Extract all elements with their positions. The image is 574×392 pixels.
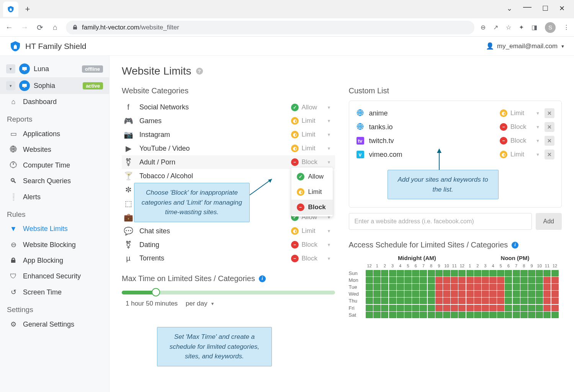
schedule-cell[interactable] — [482, 298, 489, 304]
schedule-cell[interactable] — [551, 291, 559, 297]
action-selector[interactable]: −Block▼ — [291, 241, 331, 249]
chevron-down-icon[interactable]: ▼ — [211, 301, 215, 306]
schedule-cell[interactable] — [543, 291, 551, 297]
schedule-cell[interactable] — [451, 270, 458, 277]
schedule-cell[interactable] — [381, 270, 388, 277]
schedule-cell[interactable] — [458, 291, 466, 297]
schedule-grid[interactable]: Midnight (AM) Noon (PM) 1212345678910111… — [349, 255, 562, 318]
schedule-cell[interactable] — [543, 284, 551, 290]
schedule-cell[interactable] — [474, 284, 481, 290]
schedule-cell[interactable] — [373, 298, 381, 304]
schedule-cell[interactable] — [420, 291, 427, 297]
remove-button[interactable]: ✕ — [545, 150, 554, 159]
schedule-cell[interactable] — [482, 305, 489, 311]
menu-icon[interactable]: ⋮ — [563, 24, 569, 31]
category-row[interactable]: ▶YouTube / Video◐Limit▼ — [122, 142, 335, 155]
schedule-cell[interactable] — [381, 312, 388, 318]
schedule-cell[interactable] — [474, 305, 481, 311]
schedule-cell[interactable] — [389, 270, 396, 277]
schedule-cell[interactable] — [505, 284, 512, 290]
sidebar-user-sophia[interactable]: ▾ Sophia active — [0, 77, 109, 94]
schedule-cell[interactable] — [474, 277, 481, 283]
star-icon[interactable]: ☆ — [506, 24, 511, 31]
schedule-cell[interactable] — [520, 305, 528, 311]
schedule-cell[interactable] — [397, 284, 404, 290]
schedule-cell[interactable] — [543, 305, 551, 311]
schedule-cell[interactable] — [520, 291, 528, 297]
schedule-cell[interactable] — [482, 312, 489, 318]
schedule-cell[interactable] — [497, 312, 504, 318]
schedule-cell[interactable] — [428, 270, 435, 277]
reload-button[interactable]: ⟳ — [35, 23, 44, 32]
schedule-cell[interactable] — [389, 305, 396, 311]
schedule-cell[interactable] — [412, 305, 419, 311]
help-icon[interactable]: ? — [196, 68, 203, 75]
schedule-cell[interactable] — [435, 312, 443, 318]
schedule-cell[interactable] — [451, 312, 458, 318]
schedule-cell[interactable] — [528, 298, 535, 304]
schedule-cell[interactable] — [466, 312, 474, 318]
schedule-cell[interactable] — [451, 291, 458, 297]
schedule-cell[interactable] — [489, 284, 497, 290]
schedule-cell[interactable] — [451, 298, 458, 304]
schedule-cell[interactable] — [443, 277, 450, 283]
dropdown-block[interactable]: −Block — [291, 200, 333, 215]
schedule-cell[interactable] — [420, 284, 427, 290]
schedule-cell[interactable] — [420, 270, 427, 277]
nav-websites[interactable]: 🌐︎Websites — [0, 142, 109, 158]
schedule-cell[interactable] — [505, 270, 512, 277]
url-bar[interactable]: 🔒︎ family.ht-vector.com/website_filter — [66, 21, 474, 34]
schedule-cell[interactable] — [551, 298, 559, 304]
dropdown-allow[interactable]: ✓Allow — [291, 169, 333, 184]
expand-button[interactable]: ▾ — [6, 64, 15, 73]
schedule-cell[interactable] — [458, 298, 466, 304]
schedule-cell[interactable] — [428, 284, 435, 290]
schedule-cell[interactable] — [497, 284, 504, 290]
schedule-cell[interactable] — [443, 284, 450, 290]
schedule-cell[interactable] — [482, 277, 489, 283]
time-slider[interactable] — [122, 291, 335, 294]
nav-general-settings[interactable]: ⚙General Settings — [0, 316, 109, 332]
schedule-cell[interactable] — [428, 312, 435, 318]
schedule-cell[interactable] — [443, 312, 450, 318]
schedule-cell[interactable] — [404, 284, 412, 290]
schedule-cell[interactable] — [505, 277, 512, 283]
schedule-cell[interactable] — [404, 312, 412, 318]
schedule-cell[interactable] — [513, 312, 520, 318]
schedule-cell[interactable] — [381, 298, 388, 304]
schedule-cell[interactable] — [489, 305, 497, 311]
minimize-icon[interactable]: — — [523, 2, 531, 12]
schedule-cell[interactable] — [528, 312, 535, 318]
profile-avatar[interactable]: S — [545, 22, 556, 33]
schedule-cell[interactable] — [428, 298, 435, 304]
schedule-cell[interactable] — [366, 277, 373, 283]
nav-search-queries[interactable]: 🔍︎Search Queries — [0, 173, 109, 189]
category-row[interactable]: µTorrents−Block▼ — [122, 252, 335, 265]
schedule-cell[interactable] — [443, 291, 450, 297]
schedule-cell[interactable] — [373, 291, 381, 297]
schedule-cell[interactable] — [389, 277, 396, 283]
sidebar-user-luna[interactable]: ▾ Luna offline — [0, 60, 109, 77]
schedule-cell[interactable] — [520, 312, 528, 318]
schedule-cell[interactable] — [466, 277, 474, 283]
extensions-icon[interactable]: ✦ — [519, 24, 524, 31]
schedule-cell[interactable] — [474, 312, 481, 318]
schedule-cell[interactable] — [373, 270, 381, 277]
schedule-cell[interactable] — [435, 298, 443, 304]
schedule-cell[interactable] — [520, 277, 528, 283]
slider-thumb[interactable] — [152, 288, 160, 296]
schedule-cell[interactable] — [435, 291, 443, 297]
schedule-cell[interactable] — [474, 291, 481, 297]
schedule-cell[interactable] — [528, 291, 535, 297]
schedule-cell[interactable] — [513, 291, 520, 297]
expand-button[interactable]: ▾ — [6, 81, 15, 90]
schedule-cell[interactable] — [458, 277, 466, 283]
schedule-cell[interactable] — [366, 298, 373, 304]
schedule-cell[interactable] — [497, 277, 504, 283]
schedule-cell[interactable] — [513, 270, 520, 277]
schedule-cell[interactable] — [458, 312, 466, 318]
schedule-cell[interactable] — [497, 305, 504, 311]
action-selector[interactable]: −Block▼ — [500, 123, 540, 131]
action-selector[interactable]: −Block▼ — [291, 158, 331, 166]
schedule-cell[interactable] — [404, 291, 412, 297]
